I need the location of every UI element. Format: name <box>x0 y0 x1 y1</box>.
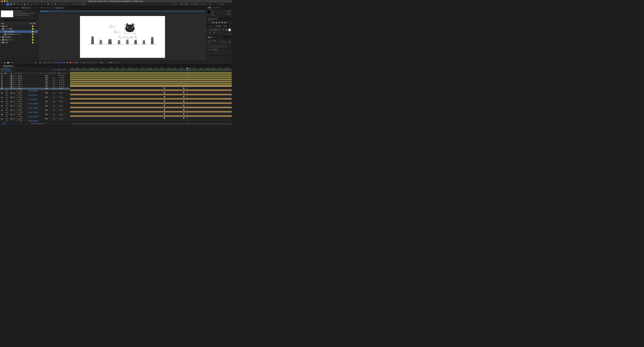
project-search[interactable]: ⌕ <box>1 19 37 22</box>
toggle-brain-button[interactable]: 👤 <box>4 122 6 124</box>
panel-more[interactable]: ≫ <box>228 24 232 28</box>
pen-tool[interactable]: ✎ <box>33 3 36 6</box>
reset-exposure-button[interactable]: ☀ <box>114 62 115 63</box>
motion-blur-button[interactable]: ◉ <box>63 68 66 71</box>
zoom-in-button[interactable]: ▲ <box>229 123 231 124</box>
layer-row[interactable]: ◉◀◆▶▼21⬚txt_C通常 ˅なし ˅⊘ なし ˅ <box>0 100 70 103</box>
workspace-more[interactable]: ≫ <box>209 4 210 5</box>
playhead-line[interactable] <box>187 72 188 122</box>
shape-tool[interactable]: ▢ <box>30 3 33 6</box>
align-tab[interactable]: 整列 ≡ <box>207 36 214 39</box>
view-dropdown[interactable]: フロントビュー ˅ <box>86 62 98 64</box>
res-button[interactable]: ⬚ <box>42 62 43 63</box>
hand-tool[interactable]: ✋ <box>10 3 12 6</box>
transparency-button[interactable]: ▦ <box>83 62 84 63</box>
composition-viewer[interactable]: ねこ ねこ ちゃんねる ω <box>38 13 206 61</box>
property-row[interactable]: ◀◆▶⊙ ▹ 位置1761.0,822.5 <box>0 98 70 100</box>
font-family-dropdown[interactable]: A-OTF UD新ゴ Pro <box>208 28 225 31</box>
brush-tool[interactable]: ✐ <box>40 3 43 6</box>
first-frame-button[interactable]: |◀ <box>212 22 214 24</box>
anchor-tool[interactable]: ⊡ <box>26 3 29 6</box>
snapshot-button[interactable]: 📷 <box>66 62 68 63</box>
wiggler-tab[interactable]: ウィグラー <box>214 36 224 39</box>
interpret-button[interactable]: ⬚ <box>1 62 3 64</box>
play-button[interactable]: ▶ <box>218 22 220 24</box>
track-row[interactable] <box>70 80 232 83</box>
dist-button[interactable] <box>218 51 220 54</box>
library-tab[interactable]: イブラリ <box>207 24 215 28</box>
project-item[interactable]: ▶logoMotion レイヤーフォ <box>0 33 38 36</box>
track-row[interactable] <box>70 76 232 78</box>
project-list[interactable]: ▶nullフォ▼イラレ素材フォlogoMotionコン▶logoMotion レ… <box>0 25 38 61</box>
font-style-dropdown[interactable]: DB <box>208 32 215 34</box>
workspace-standard[interactable]: 標準 <box>185 3 188 6</box>
project-item[interactable]: ▶動画素材フォ <box>0 36 38 38</box>
work-area[interactable] <box>70 70 232 70</box>
shy-button[interactable]: 👤 <box>57 68 60 71</box>
layer-row[interactable]: ◉◀◆▶▼19⬚txt_A通常 ˅なし ˅⊘ なし ˅ <box>0 92 70 94</box>
audio-tab[interactable]: オーディオ <box>212 6 222 9</box>
minimize-window-button[interactable] <box>4 0 5 2</box>
quality-dropdown[interactable]: 1/3 画質 ˅ <box>72 62 80 64</box>
property-track[interactable] <box>70 117 232 119</box>
puppet-tool[interactable]: 📌 <box>54 3 56 6</box>
fast-preview-button[interactable]: ⬚ <box>106 62 107 63</box>
graph-editor-button[interactable]: ⬚ <box>66 68 69 71</box>
stroke-color[interactable] <box>228 32 231 34</box>
paragraph-tab[interactable]: 段落 <box>222 24 228 28</box>
property-row[interactable]: ◀◆▶⊙ ▹ 位置2503.8,1046.6 <box>0 120 70 122</box>
new-folder-button[interactable]: 📁 <box>7 62 9 64</box>
layer-row[interactable]: ◉◀◆▶▼23⬚txt_E通常 ˅なし ˅⊘ なし ˅ <box>0 109 70 111</box>
rotate-tool[interactable]: ⊕ <box>20 3 22 6</box>
roi-button[interactable]: ⊡ <box>81 62 82 63</box>
track-row[interactable] <box>70 106 232 108</box>
mode-icon[interactable]: ◈ <box>59 3 62 6</box>
align-right-button[interactable] <box>215 45 218 48</box>
text-tool[interactable]: T <box>37 3 40 6</box>
dist-button[interactable] <box>224 51 227 54</box>
track-row[interactable] <box>70 74 232 76</box>
align-bottom-button[interactable] <box>224 45 227 48</box>
layer-row[interactable]: ◉▶16⬚cat_J通常 ˅なし ˅⊘ ヌル1 ˅ <box>0 83 70 86</box>
dist-button[interactable] <box>215 51 218 54</box>
project-tab[interactable]: プロジェクト ≡ <box>20 6 33 10</box>
mode-icon[interactable]: ◎ <box>66 3 68 6</box>
alpha-button[interactable]: ▦ <box>39 62 40 63</box>
zoom-tool[interactable]: 🔍 <box>13 3 16 6</box>
property-row[interactable]: ◀◆▶⊙ ▹ 位置2319.6,1046.6 <box>0 116 70 118</box>
toggle-switches-button[interactable]: ⬚ <box>1 122 2 124</box>
layer-row[interactable]: ◉▶12⬚cat_F通常 ˅ ˅⊘ ヌル1 ˅ <box>0 75 70 77</box>
selection-bounds[interactable] <box>124 24 135 34</box>
comp-breadcrumb[interactable]: logoMotion <box>40 10 205 12</box>
new-comp-button[interactable]: ▣ <box>4 62 6 64</box>
exposure-value[interactable]: +0.0 <box>116 62 119 63</box>
workspace-learn[interactable]: 学習 <box>180 3 183 6</box>
camera-tool[interactable]: ▣ <box>23 3 26 6</box>
maximize-window-button[interactable] <box>6 0 8 2</box>
zoom-slider[interactable] <box>72 123 228 124</box>
track-row[interactable] <box>70 78 232 80</box>
selection-tool[interactable]: ▲ <box>6 3 9 6</box>
home-button[interactable]: ⌂ <box>1 3 4 6</box>
col-tag-icon[interactable]: ◆ <box>30 22 32 24</box>
eraser-tool[interactable]: ◧ <box>47 3 50 6</box>
draft3d-button[interactable]: ◈ <box>54 68 56 71</box>
timeline-button[interactable]: ▤ <box>108 62 110 63</box>
bpc-button[interactable]: 8 bpc <box>10 62 14 64</box>
track-row[interactable] <box>70 85 232 87</box>
snap-toggle[interactable]: ☑スナップ⚡⛶ <box>73 3 87 6</box>
project-item[interactable]: ▶nullフォ <box>0 25 38 28</box>
track-row[interactable] <box>70 102 232 104</box>
timeline-timecode[interactable]: 0:00:05:24 <box>1 68 12 70</box>
guides-button[interactable]: ⊡ <box>56 62 57 63</box>
property-track[interactable] <box>70 100 232 102</box>
workspace-library[interactable]: ライブラリ <box>200 3 207 6</box>
preview-tab[interactable]: プレビュー ≡ <box>207 18 218 20</box>
comp-mini-flowchart-button[interactable]: ⬚ <box>51 68 54 71</box>
layer-row[interactable]: ◉▶17⬚line通常 ˅なし ˅⊘ ヌル1 ˅ <box>0 86 70 88</box>
property-track[interactable] <box>70 104 232 106</box>
property-row[interactable]: ◀◆▶⊙ ▹ 位置1956.7,1046.6 <box>0 107 70 109</box>
property-track[interactable] <box>70 87 232 89</box>
screens-dropdown[interactable]: 1 画面 ˅ <box>99 62 104 64</box>
mask-button[interactable]: ◐ <box>44 62 46 63</box>
